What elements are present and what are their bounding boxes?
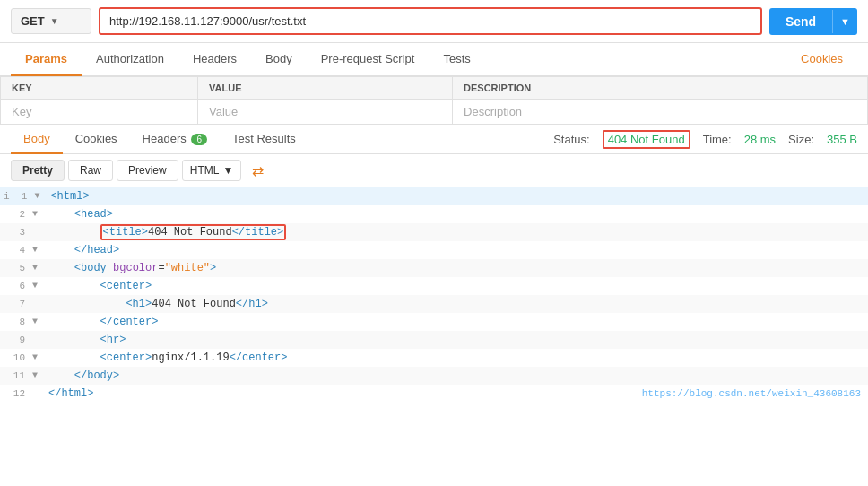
code-line-6: 6 ▼ <center>: [0, 277, 868, 295]
line-toggle-3: [32, 223, 47, 241]
method-label: GET: [21, 14, 45, 28]
col-description: DESCRIPTION: [453, 77, 868, 100]
headers-badge: 6: [191, 134, 207, 145]
tab-pre-request[interactable]: Pre-request Script: [307, 43, 430, 76]
tab-body[interactable]: Body: [251, 43, 307, 76]
code-line-4: 4 ▼ </head>: [0, 241, 868, 259]
line-toggle-8[interactable]: ▼: [32, 313, 47, 331]
line-toggle-6[interactable]: ▼: [32, 277, 47, 295]
line-content-10: <center>nginx/1.1.19</center>: [47, 349, 868, 367]
time-label: Time:: [703, 133, 732, 146]
status-label: Status:: [553, 133, 589, 146]
tab-params[interactable]: Params: [11, 43, 82, 76]
code-line-3: 3 <title>404 Not Found</title>: [0, 223, 868, 241]
line-num-9: 9: [0, 331, 32, 349]
code-line-7: 7 <h1>404 Not Found</h1>: [0, 295, 868, 313]
line-content-5: <body bgcolor="white">: [47, 259, 868, 277]
response-toolbar: Pretty Raw Preview HTML ▼ ⇄: [0, 154, 868, 187]
line-toggle-4[interactable]: ▼: [32, 241, 47, 259]
request-tabs: Params Authorization Headers Body Pre-re…: [0, 43, 868, 76]
line-num-1: i 1: [0, 187, 34, 205]
line-num-11: 11: [0, 367, 32, 385]
line-num-3: 3: [0, 223, 32, 241]
line-num-12: 12: [0, 385, 32, 403]
body-tab-headers[interactable]: Headers 6: [130, 125, 220, 154]
line-num-10: 10: [0, 349, 32, 367]
size-value: 355 B: [827, 133, 857, 146]
key-input[interactable]: Key: [1, 100, 198, 125]
description-input[interactable]: Description: [453, 100, 868, 125]
value-input[interactable]: Value: [198, 100, 453, 125]
body-tab-cookies[interactable]: Cookies: [63, 125, 130, 154]
send-button[interactable]: Send ▼: [769, 8, 857, 35]
line-content-8: </center>: [47, 313, 868, 331]
code-line-10: 10 ▼ <center>nginx/1.1.19</center>: [0, 349, 868, 367]
line-toggle-5[interactable]: ▼: [32, 259, 47, 277]
col-key: KEY: [1, 77, 198, 100]
code-line-9: 9 <hr>: [0, 331, 868, 349]
tab-headers[interactable]: Headers: [178, 43, 251, 76]
line-toggle-2[interactable]: ▼: [32, 205, 47, 223]
line-toggle-1[interactable]: ▼: [34, 187, 48, 205]
code-line-5: 5 ▼ <body bgcolor="white">: [0, 259, 868, 277]
method-select[interactable]: GET ▼: [11, 8, 91, 34]
code-line-11: 11 ▼ </body>: [0, 367, 868, 385]
code-line-2: 2 ▼ <head>: [0, 205, 868, 223]
status-value: 404 Not Found: [603, 130, 690, 149]
line-num-2: 2: [0, 205, 32, 223]
wrap-icon[interactable]: ⇄: [252, 162, 264, 179]
size-label: Size:: [788, 133, 814, 146]
code-line-1: i 1 ▼ <html>: [0, 187, 868, 205]
line-toggle-7: [32, 295, 47, 313]
line-num-5: 5: [0, 259, 32, 277]
send-dropdown-icon[interactable]: ▼: [832, 10, 857, 33]
raw-button[interactable]: Raw: [68, 160, 113, 181]
code-line-8: 8 ▼ </center>: [0, 313, 868, 331]
method-chevron: ▼: [50, 16, 59, 26]
format-select[interactable]: HTML ▼: [182, 160, 242, 181]
code-area: i 1 ▼ <html> 2 ▼ <head> 3 <title>404 Not…: [0, 187, 868, 403]
line-content-4: </head>: [47, 241, 868, 259]
line-toggle-9: [32, 331, 47, 349]
url-input[interactable]: http://192.168.11.127:9000/usr/test.txt: [99, 7, 762, 35]
line-content-11: </body>: [47, 367, 868, 385]
format-chevron-icon: ▼: [222, 164, 233, 177]
line-toggle-12: [32, 385, 47, 403]
line-content-7: <h1>404 Not Found</h1>: [47, 295, 868, 313]
pretty-button[interactable]: Pretty: [11, 160, 65, 181]
tab-tests[interactable]: Tests: [429, 43, 484, 76]
top-bar: GET ▼ http://192.168.11.127:9000/usr/tes…: [0, 0, 868, 43]
send-label: Send: [769, 8, 832, 35]
kv-row: Key Value Description: [1, 100, 868, 125]
line-content-6: <center>: [47, 277, 868, 295]
body-tabs: Body Cookies Headers 6 Test Results Stat…: [0, 125, 868, 154]
time-value: 28 ms: [744, 133, 776, 146]
body-tab-test-results[interactable]: Test Results: [220, 125, 308, 154]
line-num-4: 4: [0, 241, 32, 259]
body-tab-body[interactable]: Body: [11, 125, 63, 154]
line-content-3: <title>404 Not Found</title>: [47, 223, 868, 241]
line-num-6: 6: [0, 277, 32, 295]
line-content-1: <html>: [48, 187, 868, 205]
line-content-2: <head>: [47, 205, 868, 223]
status-area: Status: 404 Not Found Time: 28 ms Size: …: [553, 130, 857, 149]
watermark: https://blog.csdn.net/weixin_43608163: [642, 388, 861, 399]
line-toggle-11[interactable]: ▼: [32, 367, 47, 385]
col-value: VALUE: [198, 77, 453, 100]
tab-cookies[interactable]: Cookies: [786, 43, 857, 76]
preview-button[interactable]: Preview: [117, 160, 178, 181]
line-toggle-10[interactable]: ▼: [32, 349, 47, 367]
tab-authorization[interactable]: Authorization: [82, 43, 178, 76]
line-content-9: <hr>: [47, 331, 868, 349]
format-label: HTML: [190, 164, 220, 177]
line-num-8: 8: [0, 313, 32, 331]
kv-table: KEY VALUE DESCRIPTION Key Value Descript…: [0, 76, 868, 125]
line-num-7: 7: [0, 295, 32, 313]
